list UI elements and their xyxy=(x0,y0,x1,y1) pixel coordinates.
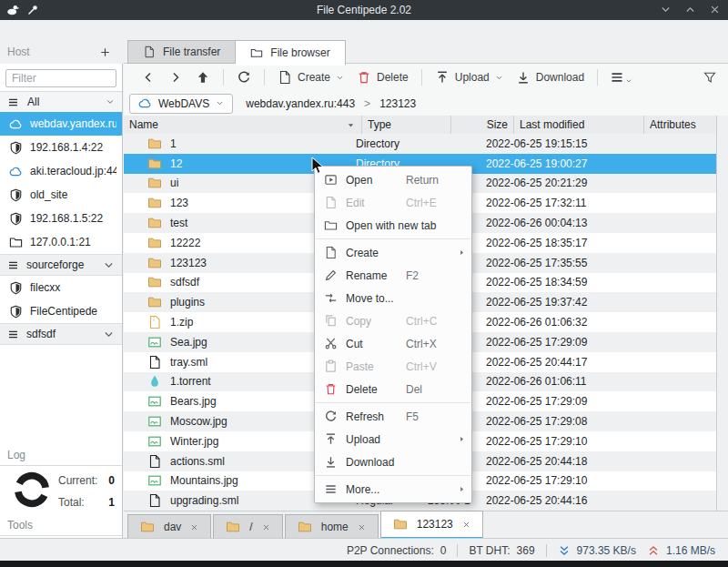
column-name[interactable]: Name xyxy=(124,116,362,134)
move-icon xyxy=(324,291,338,305)
main-tab[interactable]: File browser xyxy=(236,40,345,66)
chevron-down-icon xyxy=(103,329,115,340)
refresh-button[interactable] xyxy=(237,70,251,85)
context-menu-item[interactable]: Delete Del xyxy=(315,378,471,400)
image-icon xyxy=(147,394,162,409)
filter-button[interactable] xyxy=(703,70,717,85)
menubar-item[interactable] xyxy=(4,27,20,33)
file-name: test xyxy=(170,217,187,229)
context-menu-item[interactable]: Upload xyxy=(315,428,471,451)
close-tab-icon[interactable] xyxy=(462,521,470,529)
close-tab-icon[interactable] xyxy=(190,523,198,532)
file-modified: 2022-06-25 18:34:59 xyxy=(479,273,597,293)
context-menu-item[interactable]: Move to... xyxy=(315,287,471,309)
create-button[interactable]: Create xyxy=(271,68,350,86)
connection-item[interactable]: 192.168.1.4:22 xyxy=(0,136,122,159)
up-button[interactable] xyxy=(196,70,210,85)
shortcut-label: F5 xyxy=(406,410,450,423)
context-menu-item[interactable]: Create xyxy=(315,241,471,264)
bottom-tab[interactable]: home xyxy=(285,514,379,539)
context-menu-item[interactable]: Rename F2 xyxy=(315,264,471,287)
folder-icon xyxy=(140,520,155,534)
connection-item[interactable]: sourceforge xyxy=(0,254,122,276)
column-attributes[interactable]: Attributes xyxy=(644,116,716,134)
context-menu-item[interactable]: Copy Ctrl+C xyxy=(315,309,471,332)
column-type[interactable]: Type xyxy=(362,116,451,134)
breadcrumb-folder[interactable]: 123123 xyxy=(379,97,416,110)
minimize-button[interactable] xyxy=(660,4,672,15)
scrollbar-gutter[interactable] xyxy=(716,116,728,511)
all-selector[interactable]: All xyxy=(0,91,122,113)
connection-item[interactable]: filecxx xyxy=(0,276,122,299)
main-tab[interactable]: File transfer xyxy=(127,40,236,64)
download-button[interactable]: Download xyxy=(510,68,591,86)
folder-icon xyxy=(147,176,162,190)
overflow-menu-button[interactable] xyxy=(604,68,638,86)
menubar-item[interactable] xyxy=(22,27,38,33)
column-last-modified[interactable]: Last modified xyxy=(514,116,644,134)
folder-icon xyxy=(147,275,162,289)
maximize-button[interactable] xyxy=(684,4,696,15)
context-menu-item[interactable]: Open with new tab xyxy=(315,214,471,237)
delete-button[interactable]: Delete xyxy=(350,68,415,86)
close-tab-icon[interactable] xyxy=(358,523,366,532)
context-menu-item[interactable]: More... xyxy=(315,478,471,501)
file-attributes xyxy=(597,491,716,511)
connection-item[interactable]: 192.168.1.5:22 xyxy=(0,207,122,230)
upload-button[interactable]: Upload xyxy=(429,68,510,86)
file-name: tray.sml xyxy=(170,356,207,369)
file-attributes xyxy=(597,213,716,233)
connection-item[interactable]: aki.teracloud.jp:443 xyxy=(0,159,122,183)
close-button[interactable] xyxy=(709,4,721,15)
menubar-item[interactable] xyxy=(58,27,75,33)
breadcrumb: webdav.yandex.ru:443 > 123123 xyxy=(246,97,416,110)
context-menu-item[interactable]: Edit Ctrl+E xyxy=(315,191,471,214)
folder-icon xyxy=(393,517,408,532)
bottom-tab[interactable]: dav xyxy=(127,514,211,539)
shortcut-label: Ctrl+V xyxy=(406,360,450,373)
connection-item[interactable]: old_site xyxy=(0,183,122,207)
context-menu-item[interactable]: Refresh F5 xyxy=(315,405,471,428)
toolbar-separator xyxy=(597,69,598,86)
edit-icon xyxy=(324,196,338,209)
folder-icon xyxy=(226,520,240,534)
host-panel: Host xyxy=(0,40,122,65)
close-tab-icon[interactable] xyxy=(262,523,270,532)
folder-icon xyxy=(147,295,162,309)
pin-icon[interactable] xyxy=(25,3,40,17)
menubar-item[interactable] xyxy=(76,27,93,33)
file-modified: 2022-06-25 17:29:08 xyxy=(479,411,597,431)
shield-icon xyxy=(9,281,23,295)
column-size[interactable]: Size xyxy=(451,116,514,134)
log-section-header[interactable]: Log xyxy=(0,449,122,461)
context-menu-item[interactable]: Cut Ctrl+X xyxy=(315,332,471,355)
tools-section-header[interactable]: Tools xyxy=(0,519,122,532)
connection-item[interactable]: FileCentipede xyxy=(0,299,122,323)
back-button[interactable] xyxy=(141,70,156,85)
server-select[interactable]: WebDAVS xyxy=(129,94,233,114)
copy-icon xyxy=(324,314,338,328)
forward-button[interactable] xyxy=(168,70,183,85)
toolbar-separator xyxy=(264,69,265,86)
connection-item[interactable]: 127.0.0.1:21 xyxy=(0,230,122,254)
hamburger-icon xyxy=(324,482,338,496)
download-icon xyxy=(516,70,531,85)
submenu-arrow-icon xyxy=(458,435,466,443)
connection-item[interactable]: sdfsdf xyxy=(0,323,122,345)
bottom-tab[interactable]: 123123 xyxy=(380,511,483,539)
menubar xyxy=(0,20,728,40)
bottom-tab[interactable]: / xyxy=(213,514,282,539)
image-icon xyxy=(147,414,162,429)
context-menu-item[interactable]: Paste Ctrl+V xyxy=(315,355,471,378)
upload-icon xyxy=(435,70,450,85)
add-host-button[interactable] xyxy=(99,46,111,58)
context-menu-item[interactable]: Download xyxy=(315,451,471,473)
menubar-item[interactable] xyxy=(40,27,56,33)
file-attributes xyxy=(597,372,716,392)
context-menu-item[interactable]: Open Return xyxy=(315,168,471,191)
connection-item[interactable]: webdav.yandex.ru:443 xyxy=(0,112,122,136)
menu-divider xyxy=(316,402,470,403)
breadcrumb-host[interactable]: webdav.yandex.ru:443 xyxy=(246,97,355,110)
filter-input[interactable] xyxy=(5,69,116,87)
file-row[interactable]: 1 Directory 2022-06-25 19:15:15 xyxy=(124,134,716,154)
